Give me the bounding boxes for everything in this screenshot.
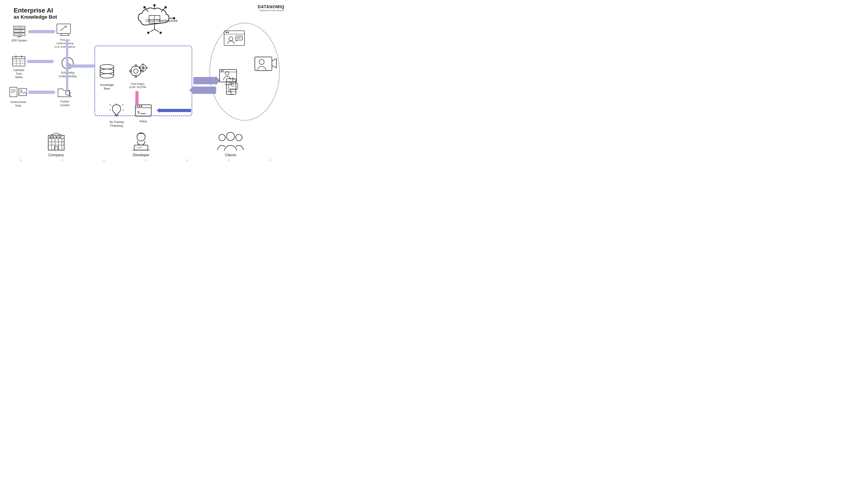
svg-point-132 xyxy=(226,132,235,141)
svg-point-62 xyxy=(133,69,138,73)
developer-item: </> Developer xyxy=(131,132,151,157)
svg-line-39 xyxy=(69,95,71,97)
unstructured-label: UnstructuredData xyxy=(10,100,26,108)
svg-point-131 xyxy=(219,134,225,141)
svg-line-52 xyxy=(150,29,154,32)
knowledge-base-icon xyxy=(98,63,116,82)
svg-rect-122 xyxy=(53,137,54,138)
knowledge-base-label: KnowledgeBase xyxy=(100,83,114,90)
svg-point-46 xyxy=(143,6,146,8)
title-sub: as Knowledge Bot xyxy=(14,14,57,20)
svg-text:</>: </> xyxy=(137,146,142,149)
svg-point-111 xyxy=(231,84,234,87)
watermark-icon-6: ⊕ xyxy=(227,158,230,163)
chat-engine-icon xyxy=(126,61,149,81)
company-icon xyxy=(46,132,66,151)
erp-icon xyxy=(11,25,27,37)
developer-label: Developer xyxy=(133,153,150,157)
logo-tagline: Independent Data Solutions xyxy=(258,9,284,11)
svg-point-59 xyxy=(100,69,114,74)
video-call-icon xyxy=(254,55,278,74)
svg-point-48 xyxy=(164,6,167,8)
svg-point-73 xyxy=(142,67,144,69)
blue-arrow-policy xyxy=(159,109,191,112)
svg-marker-125 xyxy=(51,133,62,135)
calendar-arrow xyxy=(27,60,52,63)
watermark-icon-2: ⊕ xyxy=(61,158,64,163)
logo-text: DATANOMIQ xyxy=(258,5,284,9)
svg-rect-123 xyxy=(56,137,57,138)
svg-point-105 xyxy=(259,59,264,64)
watermark-icon-4: ⊕ xyxy=(144,158,147,163)
unstructured-item: UnstructuredData xyxy=(9,87,27,108)
svg-point-109 xyxy=(230,92,232,94)
svg-line-78 xyxy=(110,104,111,106)
svg-rect-121 xyxy=(50,137,51,138)
chat-window-1-icon xyxy=(223,30,246,48)
company-item: Company xyxy=(46,132,66,157)
calendar-icon xyxy=(11,55,26,67)
mid-to-center-arrow xyxy=(67,64,93,68)
svg-point-50 xyxy=(173,17,175,19)
calendar-item: CalenderTimeTables xyxy=(11,55,26,79)
svg-rect-124 xyxy=(59,137,61,138)
erp-system-item: ERP-System xyxy=(11,25,27,42)
svg-rect-28 xyxy=(57,24,70,33)
svg-line-53 xyxy=(154,29,159,32)
knowledge-base-item: KnowledgeBase xyxy=(98,63,116,90)
svg-rect-26 xyxy=(19,88,27,96)
watermark-icon-7: ⊕ xyxy=(269,158,272,163)
cloud-svg xyxy=(134,5,175,34)
svg-point-86 xyxy=(141,106,142,107)
process-understanding-item: ProcessUnderstanding(e.g. order status) xyxy=(55,23,75,49)
unstructured-icon xyxy=(9,87,27,99)
svg-point-61 xyxy=(131,66,141,76)
title-main: Enterprise AI xyxy=(14,7,57,14)
calendar-label: CalenderTimeTables xyxy=(13,68,24,79)
further-context-item: FurtherContext xyxy=(57,85,73,107)
svg-point-99 xyxy=(227,32,229,33)
pink-arrow xyxy=(135,91,138,104)
retraining-label: Re-TrainingFinetuning xyxy=(110,120,124,127)
svg-point-54 xyxy=(147,32,150,34)
svg-point-44 xyxy=(153,4,156,6)
further-context-label: FurtherContext xyxy=(60,100,69,107)
clients-item: Clients xyxy=(216,132,245,157)
svg-point-55 xyxy=(159,32,162,34)
svg-point-60 xyxy=(100,74,114,78)
erp-arrow xyxy=(28,30,54,33)
svg-rect-106 xyxy=(226,79,236,94)
video-call-item xyxy=(254,55,278,75)
policy-item: Policy xyxy=(134,104,152,123)
mobile-chat-item xyxy=(222,78,242,99)
svg-line-79 xyxy=(122,104,123,106)
chat-window-1 xyxy=(223,30,246,49)
watermark-icon-5: ⊕ xyxy=(185,158,189,163)
clients-icon xyxy=(216,132,245,151)
retraining-icon xyxy=(109,104,124,119)
process-label: ProcessUnderstanding(e.g. order status) xyxy=(55,38,75,49)
developer-icon: </> xyxy=(131,132,151,151)
chat-engine-label: Chat Engine(LLM / XLSTM) xyxy=(129,82,146,89)
process-icon xyxy=(56,23,74,37)
unstructured-arrow xyxy=(28,91,54,94)
svg-rect-101 xyxy=(236,36,243,40)
logo: DATANOMIQ Independent Data Solutions xyxy=(258,5,284,11)
clients-label: Clients xyxy=(225,153,236,157)
chat-engine-item: Chat Engine(LLM / XLSTM) xyxy=(126,61,149,89)
cloud-icon xyxy=(134,5,175,35)
watermark-row: ⊕ ⊕ ⊕ ⊕ ⊕ ⊕ ⊕ xyxy=(0,158,291,163)
erp-label: ERP-System xyxy=(11,39,27,42)
svg-point-133 xyxy=(236,134,242,141)
svg-point-98 xyxy=(226,32,227,33)
further-context-icon xyxy=(57,85,73,98)
watermark-icon-3: ⊕ xyxy=(102,158,106,163)
svg-point-27 xyxy=(20,90,22,91)
svg-rect-14 xyxy=(12,56,25,66)
policy-label: Policy xyxy=(140,120,147,123)
mobile-chat-icon xyxy=(222,78,242,98)
svg-point-100 xyxy=(229,37,233,41)
watermark-icon-1: ⊕ xyxy=(19,158,23,163)
bottom-row: Company </> Developer xyxy=(0,132,291,157)
svg-rect-22 xyxy=(10,87,17,97)
